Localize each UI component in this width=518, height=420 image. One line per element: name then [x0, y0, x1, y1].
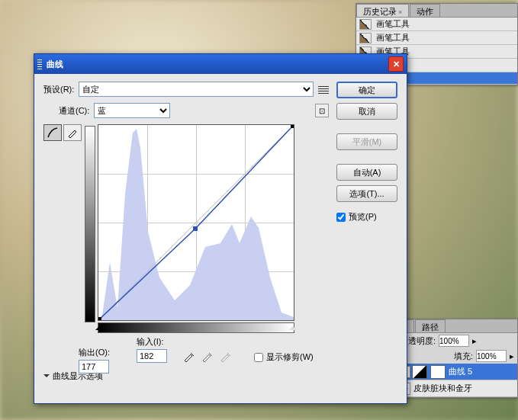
close-icon[interactable]: ×: [398, 8, 402, 16]
input-label: 输入(I):: [137, 336, 163, 348]
eyedropper-black-icon[interactable]: [182, 349, 196, 363]
channel-select[interactable]: 蓝: [94, 103, 170, 118]
curve-tool-button[interactable]: [43, 124, 62, 141]
preset-menu-icon[interactable]: [318, 85, 329, 94]
fill-label: 填充:: [454, 351, 473, 362]
svg-rect-2: [291, 125, 294, 128]
chevron-icon[interactable]: ▸: [510, 351, 514, 361]
save-preset-button[interactable]: ⊡: [315, 104, 329, 117]
triangle-down-icon: [43, 374, 50, 380]
preview-label: 预览(P): [349, 211, 377, 223]
black-point-slider[interactable]: [95, 322, 103, 330]
history-label: 画笔工具: [376, 18, 410, 30]
layer-mask-icon: [430, 365, 446, 379]
white-point-slider[interactable]: [289, 322, 297, 330]
preview-row[interactable]: 预览(P): [336, 211, 397, 223]
layer-name: 皮肤脏块和金牙: [413, 383, 472, 394]
ok-button[interactable]: 确定: [336, 82, 397, 98]
chevron-icon[interactable]: ▸: [472, 336, 477, 346]
history-label: 画笔工具: [376, 32, 410, 43]
tab-history-label: 历史记录: [363, 7, 397, 16]
dialog-title: 曲线: [47, 59, 63, 70]
curve-point[interactable]: [193, 226, 198, 231]
show-clipping-label: 显示修剪(W): [266, 351, 314, 363]
input-gradient[interactable]: [98, 322, 294, 333]
svg-line-0: [98, 125, 294, 320]
output-field[interactable]: [79, 360, 109, 374]
show-clipping-row[interactable]: 显示修剪(W): [254, 351, 314, 363]
output-label: 输出(O):: [79, 347, 110, 358]
titlebar[interactable]: 曲线 ✕: [34, 54, 407, 74]
tab-actions-label: 动作: [417, 7, 433, 16]
show-clipping-checkbox[interactable]: [254, 353, 263, 362]
eyedropper-gray-icon[interactable]: [201, 349, 214, 363]
fill-input[interactable]: [476, 350, 507, 362]
pencil-tool-button[interactable]: [63, 124, 82, 141]
tab-paths[interactable]: 路径: [415, 319, 446, 332]
cancel-button[interactable]: 取消: [336, 103, 397, 120]
layer-thumb-icon: [412, 365, 427, 379]
input-field[interactable]: [137, 349, 167, 363]
auto-button[interactable]: 自动(A): [336, 164, 397, 181]
preset-label: 预设(R):: [43, 84, 74, 95]
channel-label: 通道(C):: [59, 105, 89, 117]
tab-actions[interactable]: 动作: [410, 4, 440, 17]
eyedropper-white-icon[interactable]: [219, 349, 233, 363]
preset-select[interactable]: 自定: [79, 82, 314, 97]
options-button[interactable]: 选项(T)...: [336, 185, 397, 202]
brush-icon: [359, 19, 372, 30]
opacity-input[interactable]: [439, 335, 469, 347]
smooth-button: 平滑(M): [336, 133, 397, 150]
layer-row[interactable]: 👁 皮肤脏块和金牙: [397, 380, 517, 397]
layers-palette: ▸ 路径 不透明度: ▸ 填充: ▸ 👁 曲线 5 👁 皮肤脏块和金牙: [396, 319, 518, 398]
preview-checkbox[interactable]: [336, 213, 346, 222]
curves-canvas[interactable]: [98, 124, 294, 321]
curve-line: [98, 125, 294, 320]
layer-name: 曲线 5: [449, 366, 472, 377]
grip-icon: [37, 59, 42, 69]
close-button[interactable]: ✕: [388, 56, 404, 72]
history-item[interactable]: 画笔工具: [356, 18, 517, 31]
svg-rect-1: [98, 317, 101, 320]
output-gradient: [85, 126, 95, 322]
curves-dialog: 曲线 ✕ 预设(R): 自定 通道(C): 蓝 ⊡: [34, 53, 407, 404]
brush-icon: [359, 33, 372, 43]
layer-row[interactable]: 👁 曲线 5: [397, 364, 517, 380]
tab-paths-label: 路径: [422, 322, 439, 332]
tab-history[interactable]: 历史记录×: [356, 4, 409, 17]
history-item[interactable]: 画笔工具: [356, 31, 517, 45]
